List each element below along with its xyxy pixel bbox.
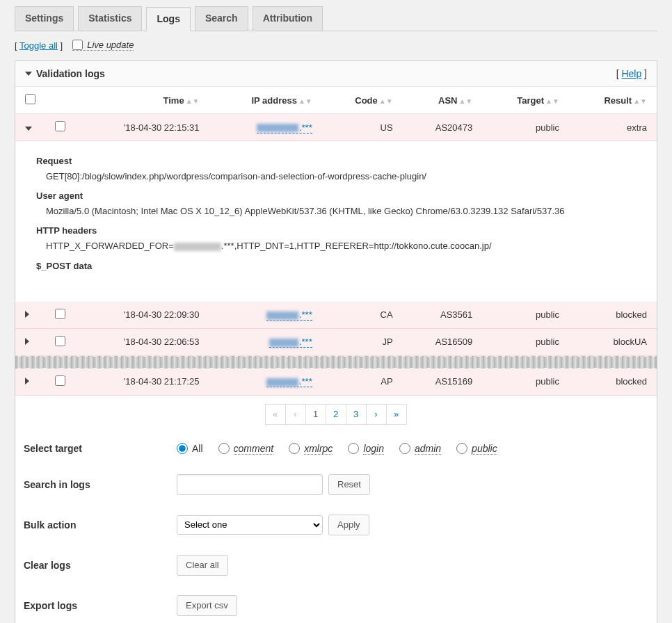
detail-headers: HTTP_X_FORWARDED_FOR=.***,HTTP_DNT=1,HTT…	[36, 238, 636, 254]
export-csv-button[interactable]: Export csv	[177, 595, 237, 616]
pager-last[interactable]: »	[386, 404, 407, 425]
sort-icon: ▲▼	[545, 99, 559, 103]
clear-all-button[interactable]: Clear all	[177, 555, 228, 576]
cell-result: blocked	[569, 369, 657, 396]
bulk-select[interactable]: Select one	[177, 515, 323, 535]
cell-ip[interactable]: .***	[209, 114, 321, 141]
search-input[interactable]	[177, 474, 323, 495]
cell-result: blockUA	[569, 328, 657, 355]
detail-headers-label: HTTP headers	[36, 223, 636, 238]
cell-target: public	[482, 302, 569, 329]
pager-next[interactable]: ›	[366, 404, 387, 425]
toggle-all-wrap: [ Toggle all ]	[15, 40, 63, 51]
tab-search[interactable]: Search	[195, 6, 248, 31]
cell-ip[interactable]: .***	[209, 369, 321, 396]
col-ip[interactable]: IP address▲▼	[209, 87, 321, 114]
sort-icon: ▲▼	[298, 99, 312, 103]
bulk-action-label: Bulk action	[24, 519, 177, 531]
target-admin[interactable]: admin	[399, 443, 441, 455]
tabs-bar: Settings Statistics Logs Search Attribut…	[15, 6, 657, 31]
target-login[interactable]: login	[348, 443, 384, 455]
cell-code: CA	[322, 302, 403, 329]
pager-page-3[interactable]: 3	[346, 404, 367, 425]
row-checkbox[interactable]	[55, 121, 65, 131]
tab-statistics[interactable]: Statistics	[78, 6, 142, 31]
cell-time: '18-04-30 22:06:53	[75, 328, 209, 355]
cell-target: public	[482, 369, 569, 396]
cell-result: blocked	[569, 302, 657, 329]
cell-target: public	[482, 114, 569, 141]
target-radios: All comment xmlrpc login admin public	[177, 443, 497, 455]
panel-title: Validation logs	[36, 68, 105, 79]
apply-button[interactable]: Apply	[328, 515, 369, 535]
target-public[interactable]: public	[456, 443, 497, 455]
col-time[interactable]: Time▲▼	[75, 87, 209, 114]
pager-first[interactable]: «	[265, 404, 286, 425]
target-xmlrpc[interactable]: xmlrpc	[289, 443, 333, 455]
reset-button[interactable]: Reset	[328, 474, 370, 495]
tab-settings[interactable]: Settings	[15, 6, 74, 31]
live-update-label[interactable]: Live update	[72, 40, 134, 51]
sort-icon: ▲▼	[186, 99, 200, 103]
cell-result: extra	[569, 114, 657, 141]
col-target[interactable]: Target▲▼	[482, 87, 569, 114]
toggle-all-link[interactable]: Toggle all	[19, 40, 58, 51]
target-comment[interactable]: comment	[218, 443, 274, 455]
caret-down-icon[interactable]	[25, 127, 32, 131]
search-logs-label: Search in logs	[24, 479, 177, 490]
cell-asn: AS15169	[403, 369, 483, 396]
row-checkbox[interactable]	[55, 375, 65, 386]
cell-code: JP	[322, 328, 403, 355]
cell-code: US	[322, 114, 403, 141]
sort-icon: ▲▼	[633, 99, 647, 103]
select-all-checkbox[interactable]	[25, 94, 35, 104]
cell-time: '18-04-30 21:17:25	[75, 369, 209, 396]
cell-ip[interactable]: .***	[209, 302, 321, 329]
col-result[interactable]: Result▲▼	[569, 87, 657, 114]
row-checkbox[interactable]	[55, 336, 65, 346]
cell-target: public	[482, 328, 569, 355]
cell-time: '18-04-30 22:09:30	[75, 302, 209, 329]
row-detail: Request GET[80]:/blog/slow/index.php/wor…	[15, 141, 657, 302]
help-link[interactable]: Help	[621, 68, 641, 79]
detail-request: GET[80]:/blog/slow/index.php/wordpress/c…	[36, 169, 636, 184]
export-logs-label: Export logs	[24, 600, 177, 611]
cell-time: '18-04-30 22:15:31	[75, 114, 209, 141]
clear-logs-label: Clear logs	[24, 560, 177, 571]
sort-icon: ▲▼	[458, 99, 472, 103]
pager-prev[interactable]: ‹	[285, 404, 306, 425]
detail-ua-label: User agent	[36, 188, 636, 204]
table-row[interactable]: '18-04-30 21:17:25 .*** AP AS15169 publi…	[15, 369, 657, 396]
caret-right-icon[interactable]	[25, 378, 29, 385]
table-row[interactable]: '18-04-30 22:15:31 .*** US AS20473 publi…	[15, 114, 657, 141]
sort-icon: ▲▼	[379, 99, 393, 103]
pager: « ‹ 1 2 3 › »	[15, 396, 657, 433]
detail-post-label: $_POST data	[36, 259, 636, 274]
logs-table: Time▲▼ IP address▲▼ Code▲▼ ASN▲▼ Target▲…	[15, 87, 657, 396]
caret-right-icon[interactable]	[25, 338, 29, 345]
caret-down-icon[interactable]	[25, 72, 32, 76]
pager-page-2[interactable]: 2	[326, 404, 346, 425]
detail-ua: Mozilla/5.0 (Macintosh; Intel Mac OS X 1…	[36, 204, 636, 219]
table-row[interactable]: '18-04-30 22:09:30 .*** CA AS3561 public…	[15, 302, 657, 329]
pager-page-1[interactable]: 1	[305, 404, 326, 425]
torn-divider	[15, 356, 657, 369]
cell-ip[interactable]: .***	[209, 328, 321, 355]
row-checkbox[interactable]	[55, 309, 65, 319]
table-row[interactable]: '18-04-30 22:06:53 .*** JP AS16509 publi…	[15, 328, 657, 355]
select-target-label: Select target	[24, 443, 177, 454]
col-asn[interactable]: ASN▲▼	[403, 87, 483, 114]
tab-attribution[interactable]: Attribution	[253, 6, 323, 31]
col-code[interactable]: Code▲▼	[322, 87, 403, 114]
tab-logs[interactable]: Logs	[146, 7, 190, 31]
target-all[interactable]: All	[177, 443, 203, 454]
cell-asn: AS20473	[403, 114, 483, 141]
help-wrap: [ Help ]	[616, 68, 647, 79]
cell-asn: AS16509	[403, 328, 483, 355]
cell-asn: AS3561	[403, 302, 483, 329]
cell-code: AP	[322, 369, 403, 396]
live-update-checkbox[interactable]	[72, 40, 83, 50]
detail-request-label: Request	[36, 154, 636, 169]
caret-right-icon[interactable]	[25, 311, 29, 318]
